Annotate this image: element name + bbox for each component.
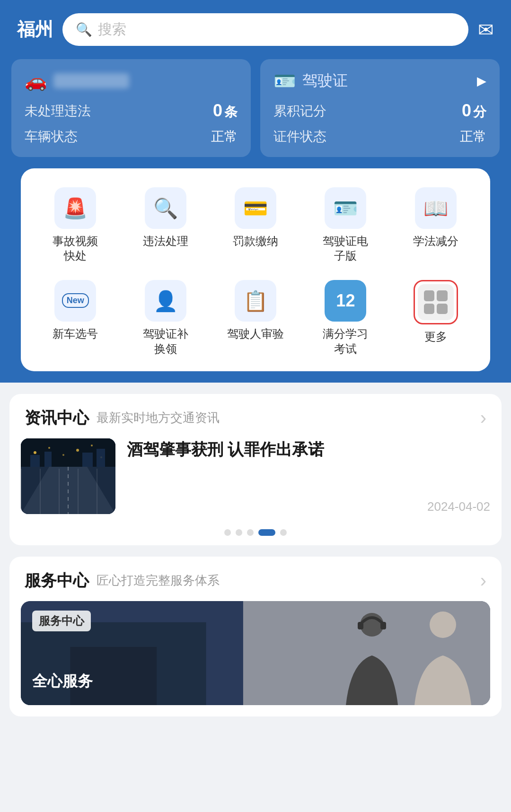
audit-icon-wrap: 📋 bbox=[235, 280, 276, 322]
renew-icon-wrap: 👤 bbox=[145, 280, 186, 322]
service-more[interactable]: 更多 bbox=[391, 276, 481, 359]
svg-rect-10 bbox=[30, 455, 40, 467]
dot-5 bbox=[280, 529, 287, 536]
dot-3 bbox=[247, 529, 254, 536]
accident-label: 事故视频快处 bbox=[53, 234, 98, 263]
news-section-card: 资讯中心 最新实时地方交通资讯 › bbox=[9, 394, 502, 545]
mail-icon[interactable]: ✉ bbox=[478, 19, 494, 41]
service-center-title: 服务中心 bbox=[25, 570, 89, 592]
svg-point-6 bbox=[62, 454, 64, 456]
news-content-area: 酒驾肇事获刑 认罪作出承诺 2024-04-02 bbox=[127, 438, 490, 514]
more-icon-wrap bbox=[418, 284, 454, 320]
svg-point-4 bbox=[34, 451, 36, 454]
service-accident[interactable]: 🚨 事故视频快处 bbox=[30, 183, 120, 267]
license-title: 驾驶证 bbox=[302, 70, 348, 91]
service-newcar[interactable]: New 新车选号 bbox=[30, 276, 120, 359]
license-card[interactable]: 🪪 驾驶证 ▶ 累积记分 0分 证件状态 正常 bbox=[260, 59, 500, 157]
news-image bbox=[21, 438, 115, 514]
service-center-banner[interactable]: 服务中心 全心服务 bbox=[21, 601, 490, 705]
person-right-silhouette bbox=[405, 611, 481, 705]
service-fine[interactable]: 💳 罚款缴纳 bbox=[211, 183, 300, 267]
score-row: 累积记分 0分 bbox=[273, 101, 486, 121]
violations-label: 未处理违法 bbox=[25, 102, 91, 120]
services-grid: 🚨 事故视频快处 🔍 违法处理 💳 罚款缴纳 🪪 驾 bbox=[30, 183, 481, 360]
license-card-header: 🪪 驾驶证 ▶ bbox=[273, 70, 486, 91]
study-icon: 📖 bbox=[423, 197, 448, 220]
renew-label: 驾驶证补换领 bbox=[143, 326, 188, 356]
new-badge: New bbox=[62, 293, 89, 308]
newcar-label: 新车选号 bbox=[53, 326, 98, 341]
score-value: 0分 bbox=[462, 101, 486, 121]
service-exam[interactable]: 12 满分学习考试 bbox=[300, 276, 390, 359]
car-icon: 🚗 bbox=[25, 70, 47, 91]
violations-num: 0 bbox=[213, 101, 222, 120]
violations-row: 未处理违法 0条 bbox=[25, 101, 238, 121]
news-section-header: 资讯中心 最新实时地方交通资讯 › bbox=[9, 394, 502, 438]
exam-icon-wrap: 12 bbox=[325, 280, 366, 322]
service-elicense[interactable]: 🪪 驾驶证电子版 bbox=[300, 183, 390, 267]
license-icon: 🪪 bbox=[273, 70, 296, 91]
more-item-border bbox=[414, 280, 458, 324]
violation-icon: 🔍 bbox=[153, 197, 178, 220]
service-renew[interactable]: 👤 驾驶证补换领 bbox=[120, 276, 210, 359]
violation-icon-wrap: 🔍 bbox=[145, 187, 186, 229]
dot-2 bbox=[236, 529, 242, 536]
exam-label: 满分学习考试 bbox=[323, 326, 368, 356]
search-bar[interactable]: 🔍 搜索 bbox=[62, 13, 468, 46]
news-thumbnail bbox=[21, 438, 115, 514]
service-center-label-text: 全心服务 bbox=[32, 671, 93, 692]
service-center-arrow[interactable]: › bbox=[480, 570, 486, 591]
audit-label: 驾驶人审验 bbox=[227, 326, 284, 341]
dot-1 bbox=[224, 529, 231, 536]
service-violation[interactable]: 🔍 违法处理 bbox=[120, 183, 210, 267]
license-arrow: ▶ bbox=[477, 74, 486, 88]
blue-section: 🚗 未处理违法 0条 车辆状态 正常 🪪 驾驶证 ▶ 累积记分 bbox=[0, 59, 511, 383]
svg-rect-13 bbox=[97, 449, 105, 467]
more-dot-3 bbox=[424, 304, 435, 314]
service-study[interactable]: 📖 学法减分 bbox=[391, 183, 481, 267]
fine-icon: 💳 bbox=[243, 197, 268, 220]
service-center-card: 服务中心 匠心打造完整服务体系 › 服务中心 全心服务 bbox=[9, 557, 502, 716]
dot-4-active bbox=[258, 529, 275, 536]
svg-point-18 bbox=[430, 611, 456, 638]
city-label: 福州 bbox=[17, 17, 53, 42]
fine-icon-wrap: 💳 bbox=[235, 187, 276, 229]
study-icon-wrap: 📖 bbox=[415, 187, 457, 229]
score-num: 0 bbox=[462, 101, 471, 120]
study-label: 学法减分 bbox=[413, 234, 458, 248]
service-audit[interactable]: 📋 驾驶人审验 bbox=[211, 276, 300, 359]
svg-point-5 bbox=[48, 447, 50, 449]
vehicle-status-row: 车辆状态 正常 bbox=[25, 128, 238, 146]
vehicle-card[interactable]: 🚗 未处理违法 0条 车辆状态 正常 bbox=[11, 59, 251, 157]
newcar-icon-wrap: New bbox=[54, 280, 96, 322]
services-panel: 🚨 事故视频快处 🔍 违法处理 💳 罚款缴纳 🪪 驾 bbox=[21, 168, 490, 371]
violations-value: 0条 bbox=[213, 101, 238, 121]
news-headline: 酒驾肇事获刑 认罪作出承诺 bbox=[127, 438, 490, 461]
vehicle-plate-blurred bbox=[53, 73, 129, 88]
elicense-label: 驾驶证电子版 bbox=[323, 234, 368, 263]
violation-label: 违法处理 bbox=[143, 234, 188, 248]
svg-rect-12 bbox=[82, 453, 93, 467]
news-subtitle: 最新实时地方交通资讯 bbox=[97, 410, 220, 426]
svg-point-7 bbox=[76, 449, 79, 452]
service-center-tag: 服务中心 bbox=[32, 611, 91, 631]
more-grid bbox=[424, 290, 448, 314]
elicense-icon-wrap: 🪪 bbox=[325, 187, 366, 229]
person-svg bbox=[405, 611, 481, 705]
news-arrow[interactable]: › bbox=[480, 407, 486, 428]
service-center-header: 服务中心 匠心打造完整服务体系 › bbox=[9, 557, 502, 601]
service-center-subtitle: 匠心打造完整服务体系 bbox=[97, 572, 220, 589]
license-status-row: 证件状态 正常 bbox=[273, 128, 486, 146]
accident-icon: 🚨 bbox=[63, 197, 88, 220]
svg-rect-20 bbox=[358, 622, 363, 629]
fine-label: 罚款缴纳 bbox=[233, 234, 278, 248]
header: 福州 🔍 搜索 ✉ bbox=[0, 0, 511, 59]
svg-rect-21 bbox=[380, 622, 386, 629]
news-date: 2024-04-02 bbox=[127, 499, 490, 514]
elicense-icon: 🪪 bbox=[333, 197, 358, 220]
more-dot-1 bbox=[424, 290, 435, 301]
news-item[interactable]: 酒驾肇事获刑 认罪作出承诺 2024-04-02 bbox=[9, 438, 502, 525]
accident-icon-wrap: 🚨 bbox=[54, 187, 96, 229]
audit-icon: 📋 bbox=[243, 289, 268, 313]
more-label: 更多 bbox=[424, 329, 447, 344]
